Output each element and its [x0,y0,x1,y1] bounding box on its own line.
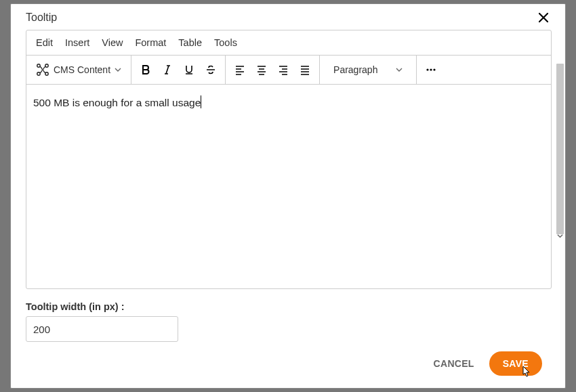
modal-footer: CANCEL SAVE [11,342,565,388]
toolbar-group-paragraph: Paragraph [320,56,417,84]
modal-header: Tooltip [11,4,565,30]
more-icon [426,64,436,75]
menu-edit[interactable]: Edit [36,37,53,48]
tooltip-width-label: Tooltip width (in px) : [26,301,552,312]
editor-container: Edit Insert View Format Table Tools CMS … [26,30,552,289]
editor-toolbar: CMS Content [26,56,551,85]
chevron-down-icon [557,233,563,239]
italic-icon [162,64,173,75]
underline-button[interactable] [179,60,199,80]
svg-point-0 [37,64,40,67]
underline-icon [184,64,194,75]
align-center-button[interactable] [251,60,272,80]
strikethrough-button[interactable] [201,60,221,80]
bold-button[interactable] [136,60,156,80]
menu-format[interactable]: Format [135,37,166,48]
toolbar-group-more [417,56,445,84]
toolbar-group-align [226,56,320,84]
modal-body: Edit Insert View Format Table Tools CMS … [11,30,565,342]
paragraph-label: Paragraph [333,64,377,75]
toolbar-group-format [131,56,226,84]
menu-view[interactable]: View [102,37,123,48]
bold-icon [140,64,151,75]
align-justify-icon [300,64,310,75]
menu-table[interactable]: Table [178,37,202,48]
align-left-button[interactable] [230,60,250,80]
svg-point-6 [433,68,435,70]
editor-text: 500 MB is enough for a small usage [33,97,201,108]
strikethrough-icon [205,64,216,75]
menu-tools[interactable]: Tools [214,37,237,48]
scrollbar-thumb[interactable] [556,64,564,234]
close-icon [538,12,549,23]
more-button[interactable] [421,60,441,80]
align-left-icon [234,64,245,75]
cms-label: CMS Content [54,64,110,75]
tooltip-width-input[interactable] [26,316,178,342]
italic-button[interactable] [157,60,178,80]
align-right-button[interactable] [273,60,293,80]
paragraph-dropdown[interactable]: Paragraph [324,60,412,79]
svg-point-2 [37,72,40,75]
svg-point-3 [45,72,48,75]
cancel-button[interactable]: CANCEL [434,358,474,369]
svg-point-1 [45,64,48,67]
editor-menubar: Edit Insert View Format Table Tools [26,30,551,56]
align-justify-button[interactable] [295,60,315,80]
align-center-icon [256,64,267,75]
toolbar-group-cms: CMS Content [26,56,131,84]
save-button[interactable]: SAVE [489,351,542,376]
modal-title: Tooltip [26,12,57,24]
svg-point-5 [430,68,432,70]
editor-content-area[interactable]: 500 MB is enough for a small usage [26,85,551,288]
chevron-down-icon [396,66,403,73]
chevron-down-icon [115,66,121,73]
align-right-icon [278,64,289,75]
svg-point-4 [426,68,428,70]
menu-insert[interactable]: Insert [65,37,89,48]
scrollbar-down-arrow[interactable] [556,231,564,240]
tooltip-modal: Tooltip Edit Insert View Format Table To… [10,3,566,389]
close-button[interactable] [535,11,552,24]
joomla-icon [36,63,49,77]
cms-content-dropdown[interactable]: CMS Content [30,60,127,79]
tooltip-width-field: Tooltip width (in px) : [26,301,552,342]
vertical-scrollbar[interactable] [556,64,564,240]
text-caret [201,95,201,108]
